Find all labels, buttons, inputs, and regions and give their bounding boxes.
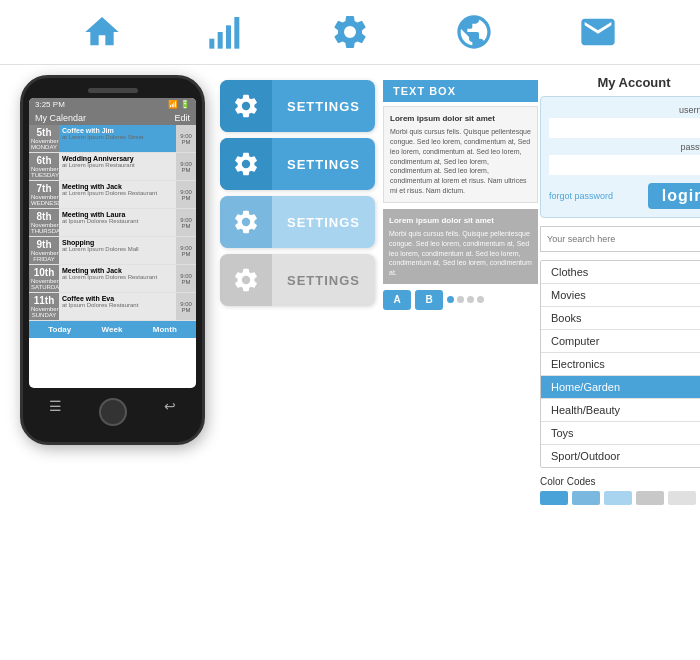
gear-icon-container[interactable]: [320, 12, 380, 52]
textbox-text-1: Morbi quis cursus felis. Quisque pellent…: [390, 128, 531, 194]
cal-edit[interactable]: Edit: [174, 113, 190, 123]
event-title-area[interactable]: Meeting with Jack at Lorem Ipsum Dolores…: [59, 181, 176, 208]
globe-icon: [454, 12, 494, 52]
event-date: 10th November SATURDAY: [29, 265, 59, 292]
event-date: 11th November SUNDAY: [29, 293, 59, 320]
category-item[interactable]: Movies: [541, 284, 700, 307]
settings-label: SETTINGS: [272, 215, 375, 230]
forgot-password-link[interactable]: forgot password: [549, 191, 613, 201]
event-title-area[interactable]: Shopping at Lorem Ipsum Dolores Mall: [59, 237, 176, 264]
textbox-content-1: Lorem ipsum dolor sit amet Morbi quis cu…: [383, 106, 538, 203]
color-swatches: [540, 491, 700, 505]
search-input[interactable]: [541, 227, 700, 251]
mail-icon: [578, 12, 618, 52]
svg-rect-3: [234, 17, 239, 49]
gear-small-icon: [232, 92, 260, 120]
category-list: ClothesMoviesBooksComputerElectronicsHom…: [540, 260, 700, 468]
color-swatch: [668, 491, 696, 505]
event-name: Coffee with Jim: [62, 127, 173, 134]
event-time: 9:00PM: [176, 125, 196, 152]
event-name: Meeting with Laura: [62, 211, 173, 218]
settings-icon-box: [220, 138, 272, 190]
event-title-area[interactable]: Wedding Anniversary at Lorem Ipsum Resta…: [59, 153, 176, 180]
event-title-area[interactable]: Coffee with Jim at Lorem Ipsum Dolores S…: [59, 125, 176, 152]
tab-b[interactable]: B: [415, 290, 443, 310]
phone-return-icon[interactable]: ↩: [164, 398, 176, 426]
svg-rect-2: [226, 25, 231, 48]
mail-icon-container[interactable]: [568, 12, 628, 52]
textbox-header: TEXT BOX: [383, 80, 538, 102]
phone-bottom: ☰ ↩: [29, 392, 196, 432]
event-time: 9:00PM: [176, 209, 196, 236]
settings-label: SETTINGS: [272, 157, 375, 172]
phone-home-button[interactable]: [99, 398, 127, 426]
category-item[interactable]: Sport/Outdoor: [541, 445, 700, 467]
event-title-area[interactable]: Meeting with Laura at Ipsum Dolores Rest…: [59, 209, 176, 236]
category-item[interactable]: Clothes: [541, 261, 700, 284]
username-input[interactable]: [549, 118, 700, 138]
event-time: 9:00PM: [176, 153, 196, 180]
event-time: 9:00PM: [176, 265, 196, 292]
event-loc: at Lorem Ipsum Dolores Restaurant: [62, 274, 173, 280]
top-bar: [0, 0, 700, 65]
category-item[interactable]: Electronics: [541, 353, 700, 376]
login-button[interactable]: login: [648, 183, 700, 209]
phone-tab[interactable]: Today: [48, 325, 71, 334]
event-title-area[interactable]: Coffee with Eva at Ipsum Dolores Restaur…: [59, 293, 176, 320]
account-title: My Account: [540, 75, 700, 90]
password-input[interactable]: [549, 155, 700, 175]
settings-button[interactable]: SETTINGS: [220, 254, 375, 306]
category-item[interactable]: Computer: [541, 330, 700, 353]
event-loc: at Lorem Ipsum Dolores Mall: [62, 246, 173, 252]
event-time: 9:00PM: [176, 181, 196, 208]
cal-title: My Calendar: [35, 113, 86, 123]
phone-back-icon[interactable]: ☰: [49, 398, 62, 426]
color-codes-title: Color Codes: [540, 476, 700, 487]
event-loc: at Lorem Ipsum Restaurant: [62, 162, 173, 168]
phone-status-bar: 3:25 PM 📶 🔋: [29, 98, 196, 111]
category-item[interactable]: Toys: [541, 422, 700, 445]
phone-tab[interactable]: Month: [153, 325, 177, 334]
textbox-title-2: Lorem ipsum dolor sit amet: [389, 215, 532, 226]
phone-tab[interactable]: Week: [102, 325, 123, 334]
signal-icon-container[interactable]: [196, 12, 256, 52]
tab-dot-1: [447, 296, 454, 303]
tab-a[interactable]: A: [383, 290, 411, 310]
settings-button[interactable]: SETTINGS: [220, 196, 375, 248]
event-name: Meeting with Jack: [62, 267, 173, 274]
event-title-area[interactable]: Meeting with Jack at Lorem Ipsum Dolores…: [59, 265, 176, 292]
gear-small-icon: [232, 150, 260, 178]
home-icon: [82, 12, 122, 52]
svg-rect-0: [209, 39, 214, 49]
globe-icon-container[interactable]: [444, 12, 504, 52]
textbox-text-2: Morbi quis cursus felis. Quisque pellent…: [389, 230, 532, 276]
cal-event: 8th November THURSDAY Meeting with Laura…: [29, 209, 196, 237]
cal-event: 5th November MONDAY Coffee with Jim at L…: [29, 125, 196, 153]
phone-screen: 3:25 PM 📶 🔋 My Calendar Edit 5th Novembe…: [29, 98, 196, 388]
event-name: Shopping: [62, 239, 173, 246]
phone-time: 3:25 PM: [35, 100, 65, 109]
textbox-area: TEXT BOX Lorem ipsum dolor sit amet Morb…: [383, 75, 538, 316]
category-item[interactable]: Health/Beauty: [541, 399, 700, 422]
settings-button[interactable]: SETTINGS: [220, 138, 375, 190]
color-codes-section: Color Codes: [540, 476, 700, 505]
event-date: 6th November TUESDAY: [29, 153, 59, 180]
tab-dot-3: [467, 296, 474, 303]
phone-tab-bar[interactable]: TodayWeekMonth: [29, 321, 196, 338]
cal-event: 10th November SATURDAY Meeting with Jack…: [29, 265, 196, 293]
gear-icon: [330, 12, 370, 52]
event-time: 9:00PM: [176, 237, 196, 264]
tabs-ab: A B: [383, 290, 538, 310]
tab-dot-4: [477, 296, 484, 303]
phone-bottom-icons: ☰ ↩: [39, 398, 186, 426]
settings-button[interactable]: SETTINGS: [220, 80, 375, 132]
event-date: 9th November FRIDAY: [29, 237, 59, 264]
event-date: 7th November WEDNESDAY: [29, 181, 59, 208]
settings-label: SETTINGS: [272, 99, 375, 114]
home-icon-container[interactable]: [72, 12, 132, 52]
event-name: Wedding Anniversary: [62, 155, 173, 162]
category-item[interactable]: Home/Garden: [541, 376, 700, 399]
search-bar: [540, 226, 700, 252]
category-item[interactable]: Books: [541, 307, 700, 330]
cal-events: 5th November MONDAY Coffee with Jim at L…: [29, 125, 196, 321]
